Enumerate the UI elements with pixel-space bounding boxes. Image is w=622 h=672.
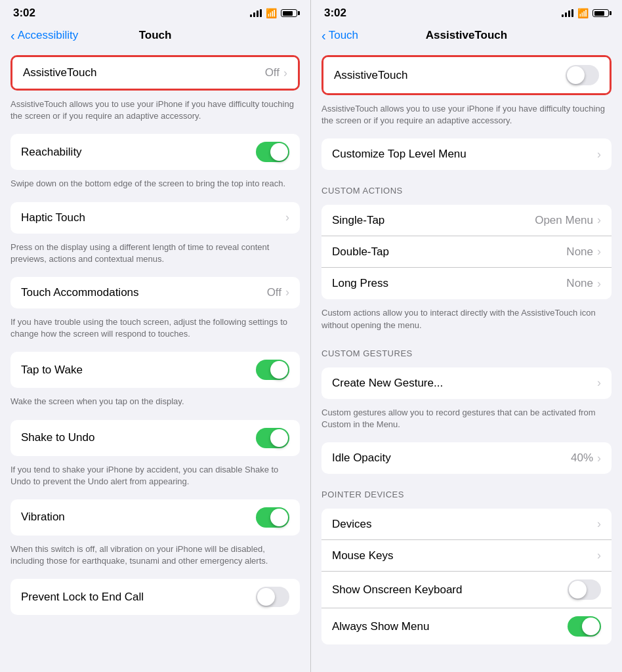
time-left: 3:02 [13,7,35,20]
signal-icon-right [562,9,573,17]
shake-to-undo-block: Shake to Undo [10,420,300,456]
assistive-touch-toggle-highlight-box: AssistiveTouch [321,55,612,95]
status-bar-right: 3:02 📶 [311,0,622,24]
tap-to-wake-item[interactable]: Tap to Wake [10,352,300,388]
customize-menu-label: Customize Top Level Menu [332,148,466,161]
haptic-touch-description: Press on the display using a different l… [0,239,310,272]
devices-chevron: › [597,517,601,531]
reachability-item[interactable]: Reachability [10,134,300,170]
back-link-left[interactable]: ‹ Accessibility [10,29,78,42]
haptic-touch-item[interactable]: Haptic Touch › [10,202,300,234]
reachability-toggle[interactable] [256,142,289,162]
always-show-menu-toggle[interactable] [568,616,601,637]
assistive-touch-toggle-label: AssistiveTouch [334,69,407,82]
custom-gestures-block: Create New Gesture... › [321,368,612,399]
touch-accommodations-description: If you have trouble using the touch scre… [0,314,310,346]
customize-menu-item[interactable]: Customize Top Level Menu › [321,138,612,170]
haptic-touch-label: Haptic Touch [21,211,85,224]
show-onscreen-keyboard-toggle[interactable] [568,579,601,600]
customize-menu-chevron: › [597,148,601,161]
mouse-keys-label: Mouse Keys [332,549,394,562]
signal-icon-left [250,9,262,17]
long-press-item[interactable]: Long Press None › [321,268,612,299]
wifi-icon-right: 📶 [577,8,589,18]
left-panel: 3:02 📶 ‹ Accessibility Touch Assistive [0,0,311,672]
create-gesture-item[interactable]: Create New Gesture... › [321,368,612,399]
touch-accommodations-item[interactable]: Touch Accommodations Off › [10,277,300,308]
create-gesture-chevron: › [597,376,601,390]
assistive-touch-toggle-description: AssistiveTouch allows you to use your iP… [311,100,622,133]
double-tap-right: None › [566,245,601,259]
shake-to-undo-toggle[interactable] [256,428,289,448]
idle-opacity-label: Idle Opacity [332,452,391,465]
always-show-menu-item[interactable]: Always Show Menu [321,608,612,644]
double-tap-chevron: › [597,245,601,259]
back-chevron-right: ‹ [321,29,326,42]
idle-opacity-right: 40% › [571,452,601,465]
show-onscreen-keyboard-item[interactable]: Show Onscreen Keyboard [321,572,612,608]
idle-opacity-block: Idle Opacity 40% › [321,442,612,474]
reachability-block: Reachability [10,134,300,170]
double-tap-label: Double-Tap [332,245,389,259]
touch-accommodations-right: Off › [267,285,289,299]
single-tap-label: Single-Tap [332,214,384,227]
prevent-lock-toggle[interactable] [256,587,289,607]
devices-item[interactable]: Devices › [321,509,612,540]
status-icons-left: 📶 [250,8,297,18]
custom-actions-header: CUSTOM ACTIONS [311,175,622,200]
right-panel: 3:02 📶 ‹ Touch AssistiveTouch Assistiv [311,0,622,672]
assistive-touch-value: Off [265,66,280,79]
status-icons-right: 📶 [562,8,609,18]
show-onscreen-keyboard-label: Show Onscreen Keyboard [332,583,462,597]
time-right: 3:02 [324,7,346,20]
custom-actions-block: Single-Tap Open Menu › Double-Tap None ›… [321,205,612,299]
double-tap-value: None [566,245,593,259]
assistive-touch-right: Off › [265,66,287,80]
assistive-touch-highlight-box: AssistiveTouch Off › [10,55,300,91]
vibration-item[interactable]: Vibration [10,499,300,536]
single-tap-chevron: › [597,213,601,227]
tap-to-wake-toggle[interactable] [256,360,289,380]
touch-accommodations-value: Off [267,286,281,299]
assistive-touch-main-toggle[interactable] [566,65,599,85]
create-gesture-label: Create New Gesture... [332,377,443,390]
back-label-right: Touch [329,29,358,42]
haptic-touch-chevron: › [285,211,289,224]
long-press-right: None › [566,277,601,291]
nav-header-left: ‹ Accessibility Touch [0,24,310,50]
nav-title-left: Touch [139,29,172,42]
vibration-description: When this switch is off, all vibration o… [0,541,310,574]
vibration-toggle[interactable] [256,507,289,528]
mouse-keys-item[interactable]: Mouse Keys › [321,540,612,572]
idle-opacity-value: 40% [571,452,593,465]
battery-icon-left [281,9,297,17]
tap-to-wake-label: Tap to Wake [21,364,83,377]
pointer-devices-header: POINTER DEVICES [311,479,622,503]
pointer-devices-block: Devices › Mouse Keys › Show Onscreen Key… [321,509,612,644]
shake-to-undo-item[interactable]: Shake to Undo [10,420,300,456]
long-press-label: Long Press [332,277,388,290]
vibration-block: Vibration [10,499,300,536]
prevent-lock-item[interactable]: Prevent Lock to End Call [10,579,300,615]
devices-label: Devices [332,518,371,531]
back-link-right[interactable]: ‹ Touch [321,29,358,42]
shake-to-undo-description: If you tend to shake your iPhone by acci… [0,461,310,494]
touch-accommodations-block: Touch Accommodations Off › [10,277,300,308]
idle-opacity-chevron: › [597,452,601,465]
back-label-left: Accessibility [18,29,79,42]
tap-to-wake-description: Wake the screen when you tap on the disp… [0,393,310,414]
touch-accommodations-label: Touch Accommodations [21,286,139,299]
status-bar-left: 3:02 📶 [0,0,310,24]
single-tap-item[interactable]: Single-Tap Open Menu › [321,205,612,236]
prevent-lock-label: Prevent Lock to End Call [21,591,144,604]
assistive-touch-toggle-item[interactable]: AssistiveTouch [323,57,610,93]
battery-icon-right [592,9,609,17]
custom-gestures-header: CUSTOM GESTURES [311,338,622,362]
back-chevron-left: ‹ [10,29,15,42]
idle-opacity-item[interactable]: Idle Opacity 40% › [321,442,612,474]
assistive-touch-item[interactable]: AssistiveTouch Off › [12,57,298,89]
nav-title-right: AssistiveTouch [426,29,507,42]
long-press-value: None [566,277,593,290]
double-tap-item[interactable]: Double-Tap None › [321,236,612,268]
single-tap-value: Open Menu [535,214,593,227]
